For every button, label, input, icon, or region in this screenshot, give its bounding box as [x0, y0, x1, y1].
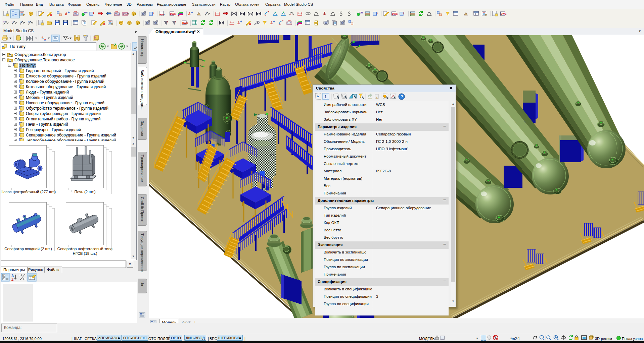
- svg-text:1: 1: [324, 94, 327, 99]
- svg-text:?: ?: [401, 94, 403, 99]
- svg-text:Z: Z: [11, 278, 13, 281]
- svg-text:=: =: [67, 37, 69, 40]
- svg-text:A: A: [11, 274, 14, 278]
